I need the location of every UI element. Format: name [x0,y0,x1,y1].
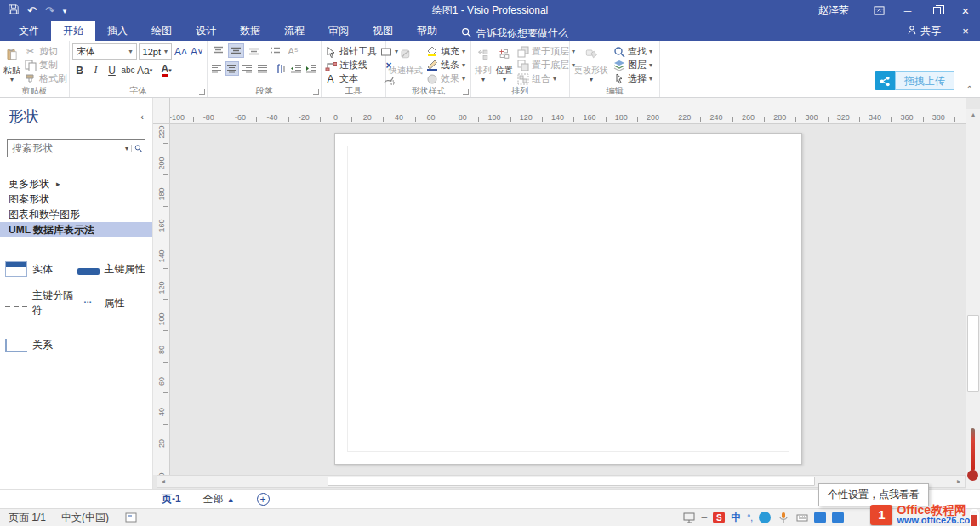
pointer-tool-button[interactable]: 指针工具 [324,45,377,58]
drawing-page[interactable] [334,133,802,465]
drawing-canvas[interactable] [170,124,966,475]
bullets-icon[interactable] [267,43,283,58]
zoom-out-icon[interactable]: ‒ [702,512,708,523]
tab-file[interactable]: 文件 [7,21,51,41]
macro-record-icon[interactable] [124,512,137,524]
paste-button[interactable]: 粘贴 ▾ [3,43,21,85]
shape-styles-dialog-launcher[interactable] [463,89,469,95]
stencil-item-primary-key-attribute[interactable]: 主键属性 [77,261,150,277]
change-case-button[interactable]: Aa▾ [137,63,152,77]
close-ribbon-icon[interactable]: × [953,25,978,37]
strikethrough-button[interactable]: abc [121,63,135,77]
page-info[interactable]: 页面 1/1 [9,511,46,525]
align-right-icon[interactable] [241,61,254,76]
scroll-right-icon[interactable]: ▸ [953,477,965,485]
connector-tool-button[interactable]: 连接线 [324,59,377,71]
format-painter-button[interactable]: 格式刷 [24,72,67,85]
tab-process[interactable]: 流程 [272,21,316,41]
tab-review[interactable]: 审阅 [316,21,361,41]
collapse-panel-icon[interactable]: ‹ [140,111,144,122]
increase-indent-icon[interactable] [305,61,318,76]
minimize-button[interactable]: ─ [893,0,922,21]
user-name[interactable]: 赵泽荣 [818,3,849,18]
text-direction-icon[interactable]: A⁵ [285,43,301,58]
tab-design[interactable]: 设计 [184,21,228,41]
stencil-item-primary-key-separator[interactable]: 主键分隔符 [5,289,77,317]
tab-data[interactable]: 数据 [228,21,272,41]
share-button[interactable]: 共享 [898,24,949,38]
scroll-left-icon[interactable]: ◂ [157,477,169,485]
collapse-ribbon-icon[interactable]: ⌃ [966,84,973,94]
new-page-button[interactable]: + [257,493,270,506]
bold-button[interactable]: B [72,63,87,77]
sidebar-item-uml-database[interactable]: UML 数据库表示法 [0,222,152,237]
grow-font-button[interactable]: A˄ [174,44,188,59]
font-size-combo[interactable]: 12pt ▾ [139,43,172,60]
arrange-button[interactable]: 排列 ▾ [474,43,493,85]
hscroll-thumb[interactable] [328,477,815,486]
layers-button[interactable]: 图层 ▾ [612,59,652,71]
customize-qat-icon[interactable]: ▾ [63,7,67,15]
tell-me-box[interactable]: 告诉我你想要做什么 [461,26,568,41]
sogou-clipboard-icon[interactable] [814,512,826,523]
decrease-indent-icon[interactable] [289,61,303,76]
cut-button[interactable]: ✂ 剪切 [24,45,67,58]
tab-draw[interactable]: 绘图 [140,21,184,41]
vertical-text-icon[interactable] [275,61,288,76]
presentation-mode-icon[interactable] [683,512,696,524]
tab-view[interactable]: 视图 [361,21,405,41]
save-icon[interactable] [9,4,19,17]
sogou-chinese-mode[interactable]: 中 [731,511,741,525]
align-center-icon[interactable] [225,61,239,76]
line-button[interactable]: 线条 ▾ [425,59,465,71]
close-button[interactable]: × [951,0,980,21]
shape-search-input[interactable] [8,142,122,154]
send-to-back-button[interactable]: 置于底层 ▾ [516,59,575,71]
sogou-keyboard-icon[interactable] [795,512,808,524]
font-color-button[interactable]: A▾ [159,63,174,77]
sogou-moon-icon[interactable] [759,512,771,523]
position-button[interactable]: 位置 ▾ [495,43,514,85]
fill-button[interactable]: 填充 ▾ [425,45,465,58]
tab-insert[interactable]: 插入 [95,21,140,41]
scroll-up-icon[interactable]: ▴ [966,109,980,121]
effects-button[interactable]: 效果 ▾ [425,72,465,85]
stencil-item-entity[interactable]: 实体 [5,261,77,277]
tab-home[interactable]: 开始 [51,21,95,41]
sidebar-item-pattern-shapes[interactable]: 图案形状 [0,192,152,207]
italic-button[interactable]: I [88,63,103,77]
justify-icon[interactable] [256,61,270,76]
find-button[interactable]: 查找 ▾ [612,45,652,58]
sogou-mic-icon[interactable] [777,512,789,524]
undo-icon[interactable]: ↶ [27,4,37,17]
quick-styles-button[interactable]: 快速样式 [389,43,423,85]
align-top-icon[interactable] [210,43,226,58]
copy-button[interactable]: 复制 [24,59,67,71]
tab-help[interactable]: 帮助 [405,21,449,41]
sidebar-item-charts-math[interactable]: 图表和数学图形 [0,207,152,222]
align-middle-icon[interactable] [228,43,244,58]
group-button[interactable]: 组合 ▾ [516,72,575,85]
bring-to-front-button[interactable]: 置于顶层 ▾ [516,45,575,58]
paragraph-dialog-launcher[interactable] [313,89,319,95]
page-tab-1[interactable]: 页-1 [162,492,181,506]
stencil-item-relationship[interactable]: 关系 [5,338,77,352]
sogou-logo-icon[interactable]: S [713,512,725,523]
sidebar-item-more-shapes[interactable]: 更多形状 ▸ [0,176,152,192]
redo-icon[interactable]: ↷ [45,4,54,17]
font-dialog-launcher[interactable] [199,89,205,95]
search-icon[interactable] [132,142,145,155]
language-indicator[interactable]: 中文(中国) [61,511,109,525]
shrink-font-button[interactable]: A˅ [190,44,204,59]
all-pages-button[interactable]: 全部 ▲ [203,492,235,506]
underline-button[interactable]: U [105,63,119,77]
align-left-icon[interactable] [210,61,224,76]
stencil-item-attribute[interactable]: ▪▪▪ 属性 [77,289,150,317]
sogou-toolbox-icon[interactable] [832,512,844,523]
vscroll-thumb[interactable] [967,315,979,392]
text-tool-button[interactable]: A 文本 [324,72,377,85]
sogou-punctuation[interactable]: °, [747,513,753,523]
select-button[interactable]: 选择 ▾ [612,72,652,85]
change-shape-button[interactable]: 更改形状 ▾ [573,43,610,85]
chevron-down-icon[interactable]: ▾ [122,145,132,152]
